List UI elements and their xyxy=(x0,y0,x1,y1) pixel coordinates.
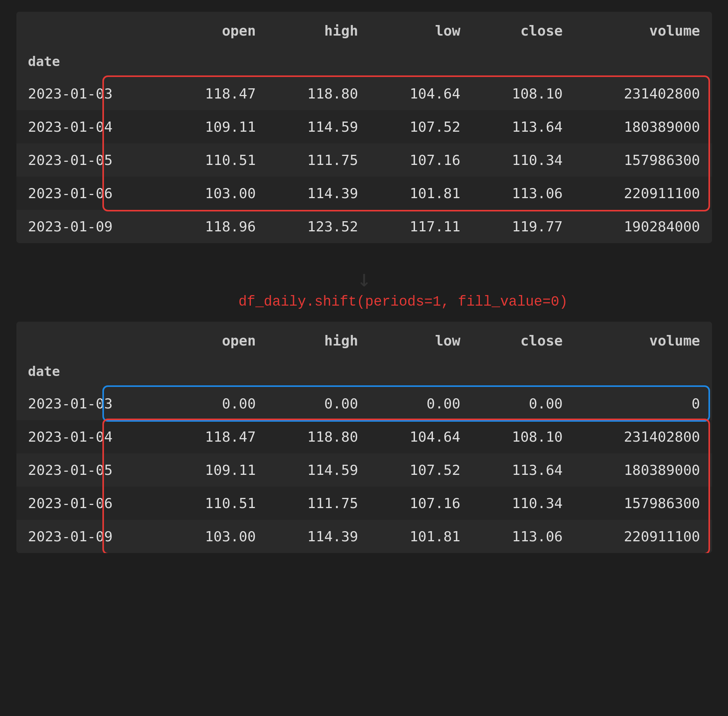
cell-high: 118.80 xyxy=(268,77,370,110)
cell-low: 104.64 xyxy=(370,420,472,453)
cell-date: 2023-01-04 xyxy=(16,420,165,453)
cell-date: 2023-01-09 xyxy=(16,210,165,243)
top-table-date-sub-empty3 xyxy=(370,50,472,77)
cell-volume: 157986300 xyxy=(574,487,712,520)
cell-high: 114.59 xyxy=(268,453,370,487)
table-row: 2023-01-05109.11114.59107.52113.64180389… xyxy=(16,453,712,487)
bottom-table-date-sub-empty2 xyxy=(268,360,370,387)
table-row: 2023-01-03118.47118.80104.64108.10231402… xyxy=(16,77,712,110)
cell-date: 2023-01-09 xyxy=(16,520,165,553)
cell-close: 108.10 xyxy=(472,77,574,110)
cell-close: 0.00 xyxy=(472,387,574,420)
top-table-date-sub-empty4 xyxy=(472,50,574,77)
cell-high: 0.00 xyxy=(268,387,370,420)
bottom-table-col-high: high xyxy=(268,322,370,360)
cell-high: 114.39 xyxy=(268,520,370,553)
cell-open: 110.51 xyxy=(165,487,268,520)
top-table-container: open high low close volume date 2023-01-… xyxy=(16,12,712,243)
cell-low: 0.00 xyxy=(370,387,472,420)
top-table-date-sub-empty1 xyxy=(165,50,268,77)
cell-close: 113.64 xyxy=(472,110,574,143)
cell-low: 107.52 xyxy=(370,110,472,143)
cell-open: 118.47 xyxy=(165,77,268,110)
cell-high: 118.80 xyxy=(268,420,370,453)
cell-low: 107.52 xyxy=(370,453,472,487)
top-table-date-sub-empty5 xyxy=(574,50,712,77)
bottom-table-date-sub-empty1 xyxy=(165,360,268,387)
cell-high: 114.39 xyxy=(268,177,370,210)
cell-volume: 157986300 xyxy=(574,143,712,177)
cell-close: 108.10 xyxy=(472,420,574,453)
cell-volume: 231402800 xyxy=(574,77,712,110)
table-row: 2023-01-030.000.000.000.000 xyxy=(16,387,712,420)
top-table-col-open: open xyxy=(165,12,268,50)
cell-volume: 0 xyxy=(574,387,712,420)
bottom-table: open high low close volume date 2023-01-… xyxy=(16,322,712,553)
cell-low: 107.16 xyxy=(370,143,472,177)
cell-low: 104.64 xyxy=(370,77,472,110)
bottom-table-col-low: low xyxy=(370,322,472,360)
cell-low: 101.81 xyxy=(370,520,472,553)
bottom-table-date-sub-empty5 xyxy=(574,360,712,387)
down-arrow-icon: ↓ xyxy=(357,267,371,290)
cell-open: 109.11 xyxy=(165,110,268,143)
bottom-table-col-close: close xyxy=(472,322,574,360)
top-table-col-close: close xyxy=(472,12,574,50)
code-label: df_daily.shift(periods=1, fill_value=0) xyxy=(238,294,568,310)
cell-open: 103.00 xyxy=(165,177,268,210)
top-table-col-high: high xyxy=(268,12,370,50)
cell-close: 110.34 xyxy=(472,487,574,520)
cell-close: 110.34 xyxy=(472,143,574,177)
cell-low: 101.81 xyxy=(370,177,472,210)
cell-volume: 220911100 xyxy=(574,177,712,210)
cell-close: 113.06 xyxy=(472,177,574,210)
top-table-section: open high low close volume date 2023-01-… xyxy=(16,12,712,251)
bottom-table-col-open: open xyxy=(165,322,268,360)
cell-date: 2023-01-03 xyxy=(16,387,165,420)
cell-date: 2023-01-05 xyxy=(16,143,165,177)
table-row: 2023-01-09118.96123.52117.11119.77190284… xyxy=(16,210,712,243)
cell-close: 119.77 xyxy=(472,210,574,243)
table-row: 2023-01-04118.47118.80104.64108.10231402… xyxy=(16,420,712,453)
bottom-table-container: open high low close volume date 2023-01-… xyxy=(16,322,712,553)
cell-volume: 231402800 xyxy=(574,420,712,453)
cell-volume: 180389000 xyxy=(574,110,712,143)
top-table-col-low: low xyxy=(370,12,472,50)
cell-low: 107.16 xyxy=(370,487,472,520)
table-row: 2023-01-04109.11114.59107.52113.64180389… xyxy=(16,110,712,143)
top-table: open high low close volume date 2023-01-… xyxy=(16,12,712,243)
cell-date: 2023-01-05 xyxy=(16,453,165,487)
table-row: 2023-01-06103.00114.39101.81113.06220911… xyxy=(16,177,712,210)
top-table-date-label: date xyxy=(16,50,165,77)
cell-close: 113.64 xyxy=(472,453,574,487)
arrow-section: ↓ df_daily.shift(periods=1, fill_value=0… xyxy=(16,251,712,322)
cell-low: 117.11 xyxy=(370,210,472,243)
top-table-empty-header xyxy=(16,12,165,50)
cell-date: 2023-01-06 xyxy=(16,177,165,210)
top-table-col-volume: volume xyxy=(574,12,712,50)
cell-high: 111.75 xyxy=(268,487,370,520)
cell-open: 110.51 xyxy=(165,143,268,177)
table-row: 2023-01-06110.51111.75107.16110.34157986… xyxy=(16,487,712,520)
cell-open: 103.00 xyxy=(165,520,268,553)
cell-high: 123.52 xyxy=(268,210,370,243)
table-row: 2023-01-05110.51111.75107.16110.34157986… xyxy=(16,143,712,177)
cell-date: 2023-01-04 xyxy=(16,110,165,143)
cell-volume: 220911100 xyxy=(574,520,712,553)
cell-date: 2023-01-06 xyxy=(16,487,165,520)
bottom-table-empty-header xyxy=(16,322,165,360)
cell-volume: 190284000 xyxy=(574,210,712,243)
bottom-table-date-label: date xyxy=(16,360,165,387)
cell-close: 113.06 xyxy=(472,520,574,553)
bottom-table-section: open high low close volume date 2023-01-… xyxy=(16,322,712,561)
cell-high: 111.75 xyxy=(268,143,370,177)
bottom-table-date-sub-empty4 xyxy=(472,360,574,387)
cell-open: 118.96 xyxy=(165,210,268,243)
cell-date: 2023-01-03 xyxy=(16,77,165,110)
bottom-table-col-volume: volume xyxy=(574,322,712,360)
cell-open: 118.47 xyxy=(165,420,268,453)
cell-open: 109.11 xyxy=(165,453,268,487)
cell-open: 0.00 xyxy=(165,387,268,420)
top-table-date-sub-empty2 xyxy=(268,50,370,77)
cell-high: 114.59 xyxy=(268,110,370,143)
